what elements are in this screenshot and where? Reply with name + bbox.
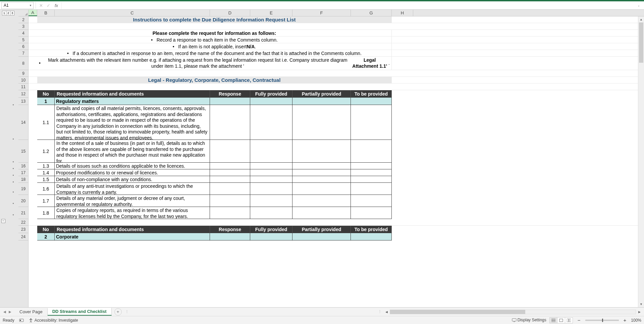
- item-part[interactable]: [292, 183, 351, 195]
- item-full[interactable]: [250, 195, 292, 207]
- row-header[interactable]: 5: [18, 37, 28, 43]
- formula-bar-expand-icon[interactable]: ⌄: [637, 4, 643, 7]
- item-tobe[interactable]: [351, 163, 392, 169]
- row-header[interactable]: 18: [18, 176, 28, 183]
- row-header[interactable]: 24: [18, 233, 28, 240]
- enter-icon[interactable]: ✓: [45, 2, 51, 8]
- hscroll-thumb[interactable]: [390, 310, 525, 314]
- zoom-out-button[interactable]: −: [576, 317, 582, 323]
- view-normal-icon[interactable]: [549, 317, 557, 323]
- row-header[interactable]: 7: [18, 50, 28, 57]
- item-part[interactable]: [292, 176, 351, 183]
- item-part[interactable]: [292, 140, 351, 163]
- name-box-dropdown-icon[interactable]: ▼: [29, 4, 32, 7]
- item-tobe[interactable]: [351, 183, 392, 195]
- outline-collapse-button[interactable]: −: [1, 219, 5, 223]
- tab-nav-prev-icon[interactable]: ◀: [3, 310, 6, 314]
- cancel-icon[interactable]: ✕: [38, 2, 44, 8]
- row-header[interactable]: 14: [18, 105, 28, 140]
- item-part[interactable]: [292, 195, 351, 207]
- row-header[interactable]: 20: [18, 195, 28, 207]
- add-sheet-button[interactable]: +: [114, 308, 122, 316]
- select-all-corner[interactable]: [18, 10, 29, 16]
- item-resp[interactable]: [210, 163, 250, 169]
- item-resp[interactable]: [210, 183, 250, 195]
- item-part[interactable]: [292, 207, 351, 219]
- col-header-D[interactable]: D: [210, 10, 250, 16]
- item-resp[interactable]: [210, 140, 250, 163]
- row-header[interactable]: 17: [18, 169, 28, 176]
- view-page-layout-icon[interactable]: [557, 317, 565, 323]
- col-header-C[interactable]: C: [55, 10, 210, 16]
- zoom-thumb[interactable]: [602, 319, 603, 322]
- col-header-B[interactable]: B: [37, 10, 55, 16]
- tab-nav-next-icon[interactable]: ▶: [9, 310, 11, 314]
- row-header[interactable]: 13: [18, 98, 28, 105]
- tab-dd-streams[interactable]: DD Streams and Checklist: [48, 308, 112, 316]
- item-resp[interactable]: [210, 169, 250, 176]
- cells-area[interactable]: Instructions to complete the Due Diligen…: [29, 16, 638, 307]
- fx-icon[interactable]: fx: [53, 3, 60, 8]
- item-part[interactable]: [292, 105, 351, 140]
- item-tobe[interactable]: [351, 140, 392, 163]
- col-header-A[interactable]: A: [29, 10, 37, 16]
- item-full[interactable]: [250, 183, 292, 195]
- item-full[interactable]: [250, 169, 292, 176]
- item-full[interactable]: [250, 207, 292, 219]
- row-header[interactable]: 23: [18, 226, 28, 233]
- zoom-in-button[interactable]: +: [622, 317, 628, 323]
- scroll-down-icon[interactable]: ▼: [638, 301, 644, 307]
- item-resp[interactable]: [210, 207, 250, 219]
- row-header[interactable]: 10: [18, 77, 28, 84]
- row-header[interactable]: 8: [18, 57, 28, 70]
- hscroll-left-icon[interactable]: ◀: [384, 310, 389, 314]
- row-header[interactable]: 15: [18, 140, 28, 163]
- hscroll-track[interactable]: [390, 310, 636, 314]
- item-tobe[interactable]: [351, 169, 392, 176]
- scroll-up-icon[interactable]: ▲: [638, 16, 644, 22]
- vertical-scrollbar[interactable]: ▲ ▼: [638, 16, 644, 307]
- item-resp[interactable]: [210, 105, 250, 140]
- item-full[interactable]: [250, 140, 292, 163]
- scroll-track[interactable]: [638, 22, 644, 301]
- display-settings-button[interactable]: Display Settings: [512, 318, 546, 323]
- row-header[interactable]: 16: [18, 163, 28, 169]
- tab-resize-handle[interactable]: ⋮: [125, 310, 129, 314]
- item-tobe[interactable]: [351, 207, 392, 219]
- tab-cover-page[interactable]: Cover Page: [15, 308, 48, 315]
- col-header-F[interactable]: F: [292, 10, 351, 16]
- item-resp[interactable]: [210, 195, 250, 207]
- outline-level-3[interactable]: 3: [10, 11, 14, 15]
- item-part[interactable]: [292, 163, 351, 169]
- scroll-thumb[interactable]: [639, 22, 643, 63]
- item-full[interactable]: [250, 105, 292, 140]
- row-header[interactable]: 2: [18, 16, 28, 23]
- item-resp[interactable]: [210, 176, 250, 183]
- row-header[interactable]: 3: [18, 23, 28, 30]
- formula-input[interactable]: [63, 3, 635, 8]
- macro-record-icon[interactable]: [19, 318, 24, 323]
- hscroll-resize-handle[interactable]: ⋮: [378, 310, 382, 314]
- zoom-slider[interactable]: [585, 320, 619, 321]
- row-header[interactable]: 21: [18, 207, 28, 219]
- row-header[interactable]: 6: [18, 43, 28, 50]
- zoom-level[interactable]: 100%: [631, 318, 641, 323]
- item-full[interactable]: [250, 176, 292, 183]
- item-tobe[interactable]: [351, 176, 392, 183]
- item-tobe[interactable]: [351, 195, 392, 207]
- item-full[interactable]: [250, 163, 292, 169]
- col-header-H[interactable]: H: [392, 10, 413, 16]
- col-header-G[interactable]: G: [351, 10, 392, 16]
- row-header[interactable]: 12: [18, 90, 28, 98]
- col-header-E[interactable]: E: [250, 10, 292, 16]
- accessibility-status[interactable]: Accessibility: Investigate: [29, 318, 78, 323]
- row-header[interactable]: 22: [18, 219, 28, 226]
- hscroll-right-icon[interactable]: ▶: [637, 310, 642, 314]
- item-part[interactable]: [292, 169, 351, 176]
- row-header[interactable]: 9: [18, 70, 28, 77]
- row-header[interactable]: 4: [18, 30, 28, 37]
- name-box[interactable]: A1 ▼: [1, 2, 34, 9]
- item-tobe[interactable]: [351, 105, 392, 140]
- row-header[interactable]: 19: [18, 183, 28, 195]
- view-page-break-icon[interactable]: [565, 317, 573, 323]
